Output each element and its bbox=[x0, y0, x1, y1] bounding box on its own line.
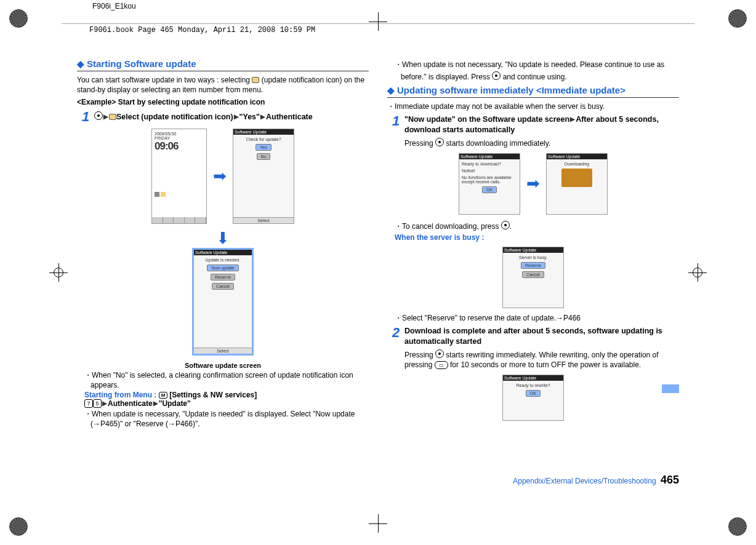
fig-progress-graphic bbox=[561, 169, 592, 187]
figure-ready-download-screen: Software Update Ready to download? Notic… bbox=[459, 153, 520, 215]
fig-notification-row bbox=[155, 192, 204, 197]
sequence-arrow-icon: ▶ bbox=[153, 400, 158, 407]
center-key-icon bbox=[435, 138, 444, 146]
intro-text: You can start software update in two way… bbox=[77, 75, 369, 95]
fig-title: Software Update bbox=[503, 247, 563, 253]
center-key-icon bbox=[492, 71, 501, 80]
arrow-right-icon: ➡ bbox=[526, 174, 540, 193]
bullet-reserve: Select "Reserve" to reserve the date of … bbox=[401, 313, 679, 324]
arrow-right-icon: ➡ bbox=[213, 167, 227, 186]
fig-line: Notice! bbox=[462, 169, 475, 173]
footer-section: Appendix/External Devices/Troubleshootin… bbox=[513, 477, 656, 485]
center-key-icon bbox=[435, 349, 444, 358]
crop-mark-icon bbox=[688, 263, 707, 282]
bullet-cancel-download: To cancel downloading, press . bbox=[401, 220, 679, 232]
step-1-instruction: ▶Select (update notification icon)▶"Yes"… bbox=[94, 110, 369, 124]
diamond-icon: ◆ bbox=[387, 85, 395, 95]
fig-time: 09:06 bbox=[155, 140, 204, 153]
page-footer: Appendix/External Devices/Troubleshootin… bbox=[513, 474, 679, 487]
server-busy-label: When the server is busy : bbox=[395, 233, 679, 242]
registration-mark-icon bbox=[728, 9, 747, 28]
sequence-arrow-icon: ▶ bbox=[570, 116, 575, 122]
figure-update-needed-screen: Software Update Update is needed. Now up… bbox=[192, 248, 254, 356]
figure-server-busy-screen: Software Update Server is busy. Reserve … bbox=[502, 247, 564, 308]
footer-page-number: 465 bbox=[661, 474, 679, 486]
fig-softkey: Select bbox=[194, 348, 252, 354]
step-1-now-update: "Now update" on the Software update scre… bbox=[404, 114, 679, 148]
example-label: <Example> Start by selecting update noti… bbox=[77, 97, 369, 107]
registration-mark-icon bbox=[9, 9, 28, 28]
fig-cancel-button: Cancel bbox=[522, 271, 544, 278]
fig-title: Software Update bbox=[547, 154, 607, 159]
fig-title: Software Update bbox=[233, 129, 294, 135]
crop-mark-icon bbox=[369, 514, 387, 533]
sequence-arrow-icon: ▶ bbox=[234, 113, 239, 120]
step-number-1: 1 bbox=[392, 114, 401, 148]
update-notification-icon bbox=[109, 114, 116, 120]
crop-mark-icon bbox=[369, 12, 387, 31]
fig-reserve-button: Reserve bbox=[521, 262, 545, 269]
step-number-2: 2 bbox=[392, 326, 401, 370]
figure-confirm-screen: Software Update Check for update? Yes No… bbox=[233, 129, 294, 224]
key-7-icon: 7 bbox=[84, 399, 93, 408]
bullet-no-update-needed: When update is not necessary, "No update… bbox=[401, 60, 679, 81]
bullet-update-necessary: When update is necessary, "Update is nee… bbox=[90, 409, 369, 428]
crop-mark-icon bbox=[49, 263, 68, 282]
menu-path-settings: [Settings & NW services] bbox=[169, 391, 257, 399]
bullet-no-selected: When "No" is selected, a clearing confir… bbox=[90, 370, 369, 389]
fig-no-button: No bbox=[257, 153, 271, 160]
key-5-icon: 5 bbox=[93, 399, 102, 408]
fig-message: Server is busy. bbox=[519, 255, 547, 260]
fig-message: Check for update? bbox=[246, 137, 281, 141]
step-2-sub: Pressing starts rewriting immediately. W… bbox=[404, 348, 679, 370]
fig-message: Downloading bbox=[565, 162, 589, 166]
step-1-sub: Pressing starts downloading immediately. bbox=[404, 137, 679, 148]
fig-line: Ready to download? bbox=[462, 162, 501, 166]
step-number-1: 1 bbox=[82, 110, 90, 124]
thumb-index-tab bbox=[662, 384, 679, 393]
power-key-icon: ▭ bbox=[435, 361, 448, 369]
center-key-icon bbox=[501, 221, 510, 229]
fig-cancel-button: Cancel bbox=[212, 283, 234, 290]
fig-date: 2008/05/30 bbox=[155, 132, 204, 136]
sequence-arrow-icon: ▶ bbox=[260, 113, 265, 120]
fig-reserve-button: Reserve bbox=[211, 274, 235, 280]
sequence-arrow-icon: ▶ bbox=[102, 400, 107, 407]
section-title-immediate: ◆Updating software immediately <Immediat… bbox=[387, 85, 679, 98]
fig-now-update-button: Now update bbox=[207, 265, 238, 271]
fig-softkey: Select bbox=[233, 217, 294, 223]
fig-title: Software Update bbox=[459, 154, 520, 159]
document-id-label: F906i_E1kou bbox=[92, 2, 136, 10]
figure-downloading-screen: Software Update Downloading bbox=[546, 153, 608, 215]
arrow-down-icon: ⬇ bbox=[77, 229, 369, 248]
figure-standby-screen: 2008/05/30 FRIDAY 09:06 bbox=[151, 129, 207, 224]
step-2-download-complete: Download is complete and after about 5 s… bbox=[404, 326, 679, 370]
book-header-label: F906i.book Page 465 Monday, April 21, 20… bbox=[89, 26, 315, 34]
fig-line: No functions are available except receiv… bbox=[462, 175, 517, 184]
figure-ready-rewrite-screen: Software Update Ready to rewrite? OK bbox=[502, 375, 564, 421]
header-rule bbox=[62, 23, 694, 24]
fig-ok-button: OK bbox=[482, 186, 497, 193]
center-key-icon bbox=[94, 111, 103, 120]
registration-mark-icon bbox=[728, 517, 747, 536]
fig-title: Software Update bbox=[194, 250, 252, 255]
fig-ok-button: OK bbox=[526, 390, 541, 397]
menu-authenticate: Authenticate bbox=[108, 399, 153, 408]
fig-message: Update is needed. bbox=[206, 258, 241, 262]
figure-caption: Software update screen bbox=[185, 362, 261, 369]
section-title-starting: ◆Starting Software update bbox=[77, 58, 369, 71]
menu-key-icon: M bbox=[159, 392, 167, 399]
registration-mark-icon bbox=[9, 517, 28, 536]
menu-update: "Update" bbox=[159, 399, 191, 408]
update-notification-icon bbox=[252, 77, 259, 83]
fig-yes-button: Yes bbox=[255, 144, 271, 151]
diamond-icon: ◆ bbox=[77, 58, 84, 69]
fig-title: Software Update bbox=[503, 375, 563, 381]
starting-from-menu-label: Starting from Menu : bbox=[84, 391, 156, 399]
fig-day: FRIDAY bbox=[155, 136, 204, 140]
fig-message: Ready to rewrite? bbox=[517, 383, 550, 388]
sequence-arrow-icon: ▶ bbox=[103, 113, 108, 120]
bullet-server-busy-lead: Immediate update may not be available wh… bbox=[393, 101, 679, 112]
fig-softkey-bar bbox=[152, 217, 206, 223]
